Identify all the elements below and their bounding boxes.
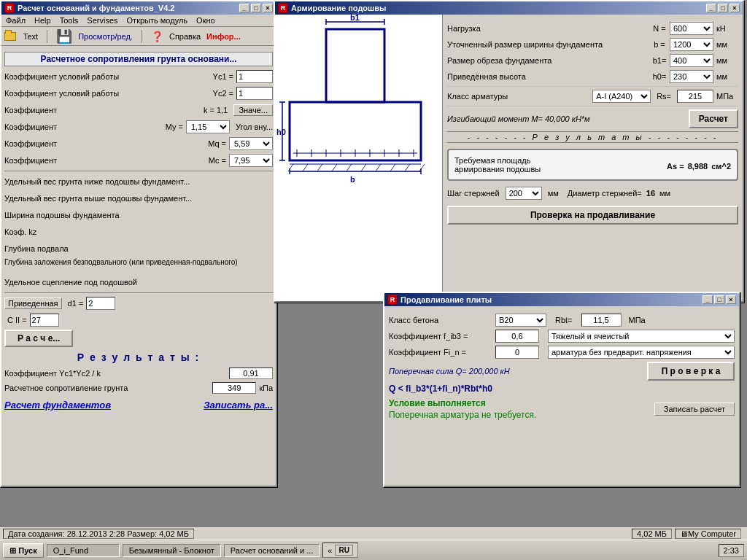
b1-select[interactable]: 400 [670,54,713,67]
shear-text: Поперечная сила Q= 200,000 кН [389,367,510,376]
save-icon[interactable]: 💾 [56,28,72,44]
menu-servises[interactable]: Servises [87,16,117,25]
svg-text:h0: h0 [276,128,286,136]
calc-btn-row: Р а с ч е... [4,330,273,347]
n-select[interactable]: 600 [670,22,713,35]
d1-input[interactable] [86,297,115,310]
class-select[interactable]: А-I (А240) [592,90,651,103]
arm-minimize[interactable]: _ [706,4,716,12]
prod-save-button[interactable]: Записать расчет [654,402,735,416]
fin-input[interactable] [495,346,539,359]
yc2-input[interactable] [236,87,273,100]
info-label[interactable]: Инфор... [206,32,241,41]
mc-select[interactable]: 7,95 [229,154,273,167]
fi3-input[interactable] [495,330,539,343]
calc-foundations-link[interactable]: Расчет фундаментов [4,400,111,411]
separator-2 [142,30,142,43]
c2-input[interactable] [30,314,59,327]
bottom-links: Расчет фундаментов Записать ра... [4,400,273,411]
width-row: Ширина подошвы фундамента [4,208,273,222]
mq-row: Коэффициент Mq = 5,59 [4,136,273,151]
mq-select[interactable]: 5,59 [229,137,273,150]
prod-close[interactable]: × [726,295,736,304]
menu-window[interactable]: Окно [196,16,215,25]
h0-eq: h0= [652,72,667,81]
status-date-size: Дата создания: 28.12.2013 2:28 Размер: 4… [8,529,189,538]
calculate-button[interactable]: Р а с ч е... [4,330,73,347]
maximize-button[interactable]: □ [251,4,261,12]
spacing-select[interactable]: 200 [506,187,542,200]
foundation-diagram: b1 h0 b [275,15,436,299]
main-title: Расчет оснований и фундаментов_V4.2 [18,4,175,12]
h0-unit: мм [716,72,738,81]
arm-diagram: b1 h0 b [275,15,443,301]
close-button[interactable]: × [263,4,273,12]
cohesion-label: Удельное сцепление под подошвой [4,278,137,287]
fi3-row: Коэффициент f_ib3 = Тяжелый и ячеистый [389,330,735,343]
k-value: k = 1,1 [204,106,228,114]
svg-line-25 [288,164,293,171]
h0-select[interactable]: 230 [670,70,713,83]
arm-calc-button[interactable]: Расчет [689,109,738,128]
fi3-select[interactable]: Тяжелый и ячеистый [548,330,735,343]
my-select[interactable]: 1,15 [186,120,230,133]
condition-results: Условие выполняется Поперечная арматура … [389,397,654,421]
save-link[interactable]: Записать ра... [204,400,273,411]
area-title-line2: армирования подошвы [454,165,541,174]
load-label: Нагрузка [447,24,649,33]
arm-results-label: - - - - - - - Р е з у л ь т а т ы - - - … [447,131,738,143]
arm-window-controls: _ □ × [706,4,740,12]
diameter-label: Диаметр стержней= [568,189,642,198]
start-button[interactable]: ⊞ Пуск [3,543,44,558]
my-eq: My = [166,122,183,131]
prod-title: Продавливание плиты [400,295,492,304]
divider-1 [4,171,273,171]
arm-close[interactable]: × [729,4,740,12]
results-heading: Р е з у л ь т а т ы : [77,351,200,363]
height-row: Приведённая высота h0= 230 мм [447,70,738,83]
view-edit-label[interactable]: Просмотр/ред. [78,32,133,41]
menu-tools[interactable]: Tools [60,16,79,25]
main-window: R Расчет оснований и фундаментов_V4.2 _ … [0,0,277,487]
rs-input[interactable] [677,90,713,103]
prod-maximize[interactable]: □ [714,295,724,304]
rbt-input[interactable] [581,314,622,327]
cutoff-label: Размер обреза фундамента [447,56,649,65]
taskbar-item-fund[interactable]: O_i_Fund [47,544,120,557]
znach-button[interactable]: Значе... [233,104,273,116]
svg-text:b: b [350,175,355,184]
prod-content: Класс бетона В20 Rbt= МПа Коэффициент f_… [384,306,739,429]
text-label[interactable]: Text [23,32,38,41]
taskbar: ⊞ Пуск O_i_Fund Безымянный - Блокнот Рас… [0,540,747,560]
menu-help[interactable]: Help [34,16,51,25]
svg-line-29 [347,164,352,171]
basement-row: Глубина подвала [4,241,273,256]
arm-maximize[interactable]: □ [718,4,728,12]
yc1-input[interactable] [236,70,273,83]
diameter-unit: мм [659,189,670,198]
prod-check-button[interactable]: П р о в е р к а [647,362,735,381]
fin-select[interactable]: арматура без предварит. напряжения [548,346,735,359]
b-eq: b = [652,40,667,49]
punch-check-button[interactable]: Проверка на продавливание [447,206,738,225]
privedennaya-button[interactable]: Приведенная [4,298,62,309]
separator-1 [47,30,47,43]
yc2-eq: Yc2 = [213,89,233,98]
coeff-result-value: 0,91 [229,368,273,379]
rs-unit: МПа [716,92,738,101]
svg-line-30 [361,164,366,171]
concrete-select[interactable]: В20 [495,314,546,327]
taskbar-item-notepad[interactable]: Безымянный - Блокнот [123,544,221,557]
help-icon[interactable]: ❓ [151,31,163,42]
minimize-button[interactable]: _ [239,4,249,12]
rs-label: Rs= [657,92,671,101]
mq-eq: Mq = [208,139,226,148]
menu-file[interactable]: Файл [6,16,26,25]
b-select[interactable]: 1200 [670,38,713,51]
computer-label: My Computer [688,529,736,538]
help-label[interactable]: Справка [169,32,201,41]
coeff-result-row: Коэффициент Yc1*Yc2 / k 0,91 [4,368,273,379]
menu-open-module[interactable]: Открыть модуль [127,16,188,25]
prod-minimize[interactable]: _ [703,295,713,304]
taskbar-item-raschet[interactable]: Расчет оснований и ... [224,544,320,557]
